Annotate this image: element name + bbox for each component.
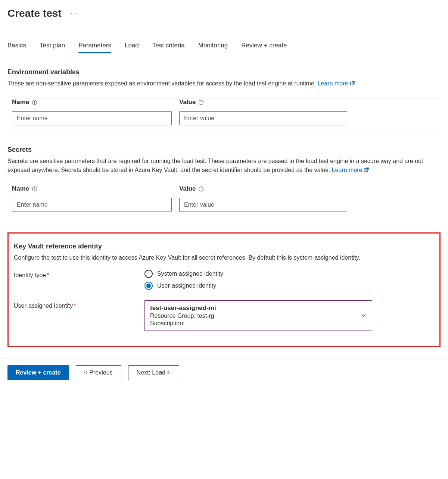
tab-test-plan[interactable]: Test plan xyxy=(40,42,65,53)
radio-user-assigned-label: User-assigned identity xyxy=(157,282,216,289)
tab-parameters[interactable]: Parameters xyxy=(78,42,111,53)
external-link-icon xyxy=(364,166,369,175)
secrets-desc: Secrets are sensitive parameters that ar… xyxy=(7,157,441,175)
secret-name-label: Name xyxy=(12,185,172,192)
secrets-title: Secrets xyxy=(7,146,441,154)
kv-identity-desc: Configure the test to use this identity … xyxy=(14,253,434,262)
env-vars-learn-more-link[interactable]: Learn more xyxy=(318,80,355,87)
svg-point-9 xyxy=(34,188,35,188)
kv-identity-title: Key Vault reference identity xyxy=(14,242,434,250)
env-value-input[interactable] xyxy=(179,111,347,125)
review-create-button[interactable]: Review + create xyxy=(7,365,69,380)
next-button[interactable]: Next: Load > xyxy=(128,365,179,380)
env-name-input[interactable] xyxy=(12,111,172,125)
env-vars-section: Environment variables These are non-sens… xyxy=(7,68,441,129)
user-identity-label: User-assigned identity* xyxy=(14,300,144,309)
radio-user-assigned[interactable]: User-assigned identity xyxy=(144,282,434,290)
info-icon[interactable] xyxy=(31,186,37,192)
previous-button[interactable]: < Previous xyxy=(76,365,121,380)
tab-review-create[interactable]: Review + create xyxy=(241,42,287,53)
tab-monitoring[interactable]: Monitoring xyxy=(198,42,228,53)
secret-value-input[interactable] xyxy=(179,198,347,212)
key-vault-identity-section: Key Vault reference identity Configure t… xyxy=(7,232,441,347)
info-icon[interactable] xyxy=(198,99,204,105)
radio-system-assigned-label: System assigned identity xyxy=(157,270,223,277)
info-icon[interactable] xyxy=(198,186,204,192)
dropdown-selected-name: test-user-assigned-mi xyxy=(150,304,216,312)
tab-load[interactable]: Load xyxy=(125,42,139,53)
radio-system-assigned[interactable]: System assigned identity xyxy=(144,270,434,278)
env-name-label: Name xyxy=(12,98,172,106)
secret-value-label: Value xyxy=(179,185,347,192)
more-icon[interactable]: ··· xyxy=(71,10,78,18)
env-vars-title: Environment variables xyxy=(7,68,441,76)
chevron-down-icon xyxy=(361,312,367,319)
footer-buttons: Review + create < Previous Next: Load > xyxy=(7,365,441,380)
tabs-container: Basics Test plan Parameters Load Test cr… xyxy=(7,42,441,53)
svg-point-12 xyxy=(201,188,201,188)
dropdown-selected-sub: Subscription: xyxy=(150,320,216,327)
svg-point-5 xyxy=(201,101,201,101)
secrets-learn-more-link[interactable]: Learn more xyxy=(332,167,369,173)
tab-basics[interactable]: Basics xyxy=(7,42,26,53)
identity-type-radio-group: System assigned identity User-assigned i… xyxy=(144,270,434,290)
tab-test-criteria[interactable]: Test criteria xyxy=(152,42,185,53)
svg-point-2 xyxy=(34,101,35,101)
identity-type-label: Identity type* xyxy=(14,270,144,279)
page-title: Create test xyxy=(7,7,62,19)
env-value-label: Value xyxy=(179,98,347,106)
info-icon[interactable] xyxy=(31,99,37,105)
secrets-section: Secrets Secrets are sensitive parameters… xyxy=(7,146,441,216)
secret-name-input[interactable] xyxy=(12,198,172,212)
external-link-icon xyxy=(350,79,355,88)
dropdown-selected-rg: Resource Group: test-rg xyxy=(150,313,216,319)
user-identity-dropdown[interactable]: test-user-assigned-mi Resource Group: te… xyxy=(144,300,372,331)
env-vars-desc: These are non-sensitive parameters expos… xyxy=(7,79,441,88)
